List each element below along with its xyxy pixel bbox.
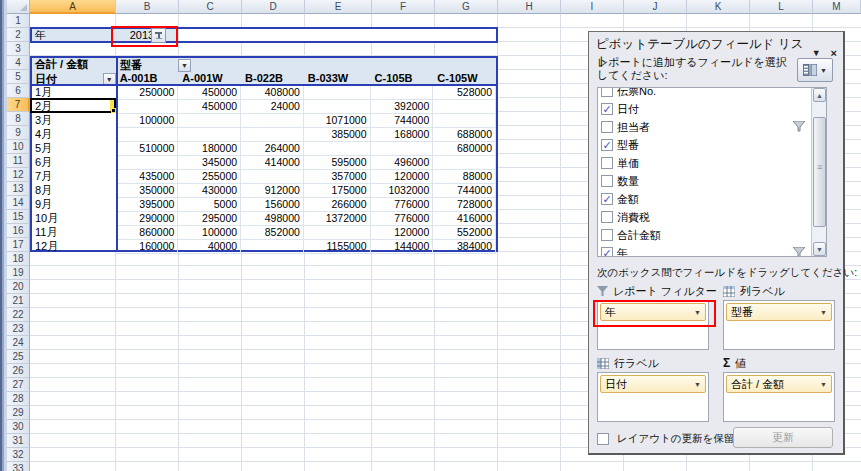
pivot-value-cell[interactable]: [241, 170, 304, 184]
column-header-B[interactable]: B: [116, 0, 179, 14]
column-header-E[interactable]: E: [305, 0, 372, 14]
pivot-value-cell[interactable]: 250000: [116, 86, 179, 100]
pivot-value-cell[interactable]: [371, 86, 434, 100]
field-list-item[interactable]: 消費税: [598, 208, 811, 226]
pivot-value-cell[interactable]: 24000: [241, 100, 304, 114]
row-header-6[interactable]: 6: [7, 84, 30, 98]
area-field-dropdown-icon[interactable]: ▼: [820, 309, 827, 316]
row-header-18[interactable]: 18: [7, 252, 30, 266]
pivot-value-cell[interactable]: 1372000: [304, 212, 371, 226]
pivot-value-cell[interactable]: [433, 156, 496, 170]
pivot-value-cell[interactable]: 912000: [241, 184, 304, 198]
column-header-D[interactable]: D: [242, 0, 305, 14]
pivot-value-cell[interactable]: 435000: [116, 170, 179, 184]
row-header-21[interactable]: 21: [7, 294, 30, 308]
pivot-value-cell[interactable]: [241, 128, 304, 142]
pivot-value-cell[interactable]: [304, 100, 371, 114]
pivot-value-cell[interactable]: 414000: [241, 156, 304, 170]
field-list-item[interactable]: 担当者: [598, 118, 811, 136]
pivot-row-label[interactable]: 4月: [32, 128, 116, 142]
field-list-item[interactable]: 合計金額: [598, 226, 811, 244]
pivot-value-cell[interactable]: 776000: [371, 198, 434, 212]
column-header-K[interactable]: K: [687, 0, 750, 14]
row-header-2[interactable]: 2: [7, 28, 30, 42]
column-labels-area[interactable]: 型番▼: [723, 300, 835, 350]
pivot-value-cell[interactable]: 384000: [433, 240, 496, 254]
row-header-24[interactable]: 24: [7, 336, 30, 350]
pivot-value-cell[interactable]: 510000: [116, 142, 179, 156]
pivot-value-cell[interactable]: [304, 226, 371, 240]
row-header-12[interactable]: 12: [7, 168, 30, 182]
pivot-value-cell[interactable]: 175000: [304, 184, 371, 198]
unchecked-checkbox[interactable]: [601, 157, 613, 169]
pivot-value-cell[interactable]: 40000: [178, 240, 241, 254]
field-list-scrollbar[interactable]: ▲ ▼: [811, 88, 826, 256]
row-header-13[interactable]: 13: [7, 182, 30, 196]
update-button[interactable]: 更新: [733, 427, 833, 448]
field-list-item[interactable]: 伝票No.: [598, 87, 811, 100]
pivot-value-cell[interactable]: 744000: [371, 114, 434, 128]
row-header-17[interactable]: 17: [7, 238, 30, 252]
row-header-31[interactable]: 31: [7, 434, 30, 448]
pivot-value-cell[interactable]: 450000: [178, 100, 241, 114]
pivot-value-cell[interactable]: 385000: [304, 128, 371, 142]
pivot-value-cell[interactable]: 1071000: [304, 114, 371, 128]
pivot-row-label[interactable]: 10月: [32, 212, 116, 226]
pivot-value-cell[interactable]: 88000: [433, 170, 496, 184]
pivot-value-cell[interactable]: 156000: [241, 198, 304, 212]
row-header-3[interactable]: 3: [7, 42, 30, 56]
field-list-item[interactable]: ✓日付: [598, 100, 811, 118]
row-header-22[interactable]: 22: [7, 308, 30, 322]
column-header-G[interactable]: G: [435, 0, 498, 14]
pivot-value-cell[interactable]: [116, 128, 179, 142]
pivot-value-cell[interactable]: 498000: [241, 212, 304, 226]
select-all-corner[interactable]: [7, 0, 30, 14]
area-field-dropdown-icon[interactable]: ▼: [694, 381, 701, 388]
pivot-value-cell[interactable]: 345000: [178, 156, 241, 170]
panel-menu-icon[interactable]: ▼: [812, 48, 821, 58]
row-header-32[interactable]: 32: [7, 448, 30, 462]
pivot-value-cell[interactable]: 552000: [433, 226, 496, 240]
pivot-value-cell[interactable]: 295000: [178, 212, 241, 226]
active-cell-selection[interactable]: [30, 98, 116, 113]
row-header-11[interactable]: 11: [7, 154, 30, 168]
row-header-30[interactable]: 30: [7, 420, 30, 434]
column-header-L[interactable]: L: [750, 0, 813, 14]
pivot-value-cell[interactable]: [241, 240, 304, 254]
unchecked-checkbox[interactable]: [601, 211, 613, 223]
pivot-value-cell[interactable]: 255000: [178, 170, 241, 184]
field-list-item[interactable]: ✓年: [598, 244, 811, 257]
scroll-up-icon[interactable]: ▲: [813, 88, 826, 102]
pivot-value-cell[interactable]: 852000: [241, 226, 304, 240]
pivot-value-cell[interactable]: 528000: [433, 86, 496, 100]
pivot-row-label[interactable]: 9月: [32, 198, 116, 212]
pivot-row-label[interactable]: 12月: [32, 240, 116, 254]
values-area[interactable]: 合計 / 金額▼: [723, 372, 835, 422]
pivot-value-cell[interactable]: 120000: [371, 226, 434, 240]
row-header-20[interactable]: 20: [7, 280, 30, 294]
pivot-row-label[interactable]: 6月: [32, 156, 116, 170]
pivot-value-cell[interactable]: 357000: [304, 170, 371, 184]
row-header-26[interactable]: 26: [7, 364, 30, 378]
unchecked-checkbox[interactable]: [601, 175, 613, 187]
column-header-A[interactable]: A: [30, 0, 116, 14]
checked-checkbox[interactable]: ✓: [601, 247, 613, 257]
pivot-value-cell[interactable]: 266000: [304, 198, 371, 212]
checked-checkbox[interactable]: ✓: [601, 103, 613, 115]
row-header-29[interactable]: 29: [7, 406, 30, 420]
row-header-23[interactable]: 23: [7, 322, 30, 336]
pivot-value-cell[interactable]: 680000: [433, 142, 496, 156]
pivot-value-cell[interactable]: 416000: [433, 212, 496, 226]
pivot-value-cell[interactable]: [178, 128, 241, 142]
pivot-value-cell[interactable]: 408000: [241, 86, 304, 100]
area-field-button[interactable]: 型番▼: [726, 303, 832, 321]
pivot-value-cell[interactable]: 144000: [371, 240, 434, 254]
pivot-value-cell[interactable]: 860000: [116, 226, 179, 240]
unchecked-checkbox[interactable]: [601, 87, 613, 97]
pivot-value-cell[interactable]: 5000: [178, 198, 241, 212]
row-header-19[interactable]: 19: [7, 266, 30, 280]
defer-layout-checkbox[interactable]: [597, 433, 609, 445]
row-header-15[interactable]: 15: [7, 210, 30, 224]
area-field-button[interactable]: 日付▼: [600, 375, 706, 393]
area-field-dropdown-icon[interactable]: ▼: [820, 381, 827, 388]
